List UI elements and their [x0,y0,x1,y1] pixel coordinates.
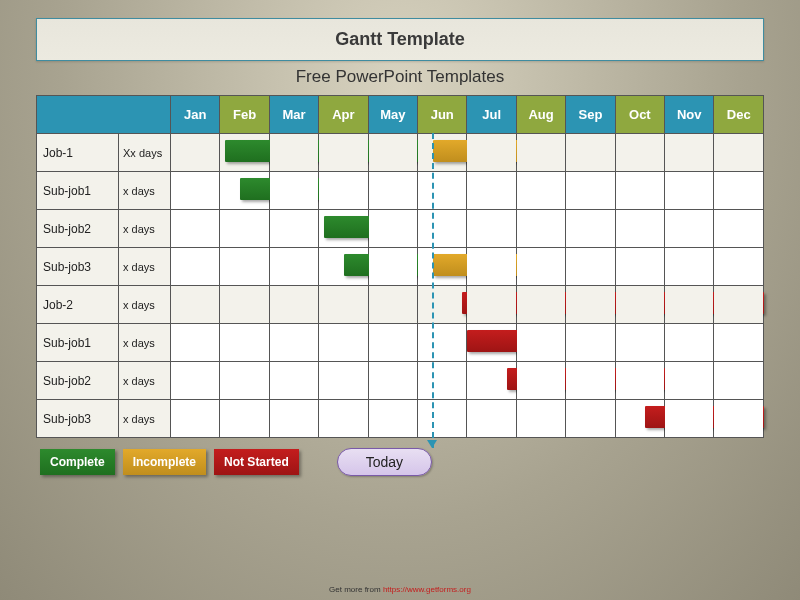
gantt-cell [665,210,714,248]
legend-complete: Complete [40,449,115,475]
gantt-cell [418,172,467,210]
gantt-cell [368,248,417,286]
gantt-cell [418,286,467,324]
month-header: Apr [319,96,368,134]
gantt-cell [714,286,764,324]
task-name: Job-2 [37,286,119,324]
gantt-cell [319,400,368,438]
gantt-cell [615,172,664,210]
gantt-cell [714,172,764,210]
gantt-cell [467,134,516,172]
gantt-cell [171,324,220,362]
gantt-cell [319,248,368,286]
gantt-cell [566,134,615,172]
gantt-cell [665,400,714,438]
gantt-cell [467,172,516,210]
gantt-cell [566,324,615,362]
gantt-cell [368,362,417,400]
month-header: Nov [665,96,714,134]
gantt-cell [418,134,467,172]
gantt-cell [615,362,664,400]
gantt-cell [269,248,318,286]
gantt-cell [220,286,269,324]
gantt-cell [368,286,417,324]
gantt-cell [418,324,467,362]
gantt-cell [714,400,764,438]
gantt-cell [418,400,467,438]
month-header: Aug [516,96,565,134]
gantt-cell [319,172,368,210]
gantt-cell [269,172,318,210]
task-name: Sub-job3 [37,400,119,438]
gantt-cell [566,286,615,324]
page-subtitle: Free PowerPoint Templates [0,67,800,87]
gantt-cell [467,248,516,286]
gantt-cell [665,324,714,362]
gantt-cell [516,362,565,400]
page-title: Gantt Template [36,18,764,61]
gantt-cell [269,400,318,438]
task-name: Sub-job3 [37,248,119,286]
gantt-cell [714,324,764,362]
gantt-cell [714,210,764,248]
footer: Get more from https://www.getforms.org [0,585,800,594]
header-empty [37,96,171,134]
month-header: Sep [566,96,615,134]
gantt-cell [220,134,269,172]
gantt-cell [319,324,368,362]
gantt-cell [566,400,615,438]
gantt-cell [319,362,368,400]
gantt-cell [615,324,664,362]
gantt-cell [269,362,318,400]
task-duration: x days [119,172,171,210]
month-header: Jul [467,96,516,134]
task-name: Sub-job2 [37,362,119,400]
gantt-cell [220,362,269,400]
task-duration: x days [119,324,171,362]
legend-incomplete: Incomplete [123,449,206,475]
gantt-cell [615,400,664,438]
task-duration: x days [119,400,171,438]
task-name: Sub-job1 [37,172,119,210]
gantt-cell [220,400,269,438]
gantt-cell [665,134,714,172]
gantt-chart: JanFebMarAprMayJunJulAugSepOctNovDec Job… [36,95,764,438]
gantt-cell [714,134,764,172]
month-header: Feb [220,96,269,134]
gantt-cell [368,210,417,248]
month-header: Jun [418,96,467,134]
gantt-cell [319,286,368,324]
gantt-cell [368,172,417,210]
gantt-cell [516,134,565,172]
gantt-cell [615,286,664,324]
task-duration: x days [119,248,171,286]
gantt-cell [615,210,664,248]
gantt-cell [319,210,368,248]
month-header: Jan [171,96,220,134]
gantt-cell [665,248,714,286]
task-duration: x days [119,286,171,324]
gantt-cell [516,286,565,324]
gantt-cell [220,324,269,362]
gantt-cell [269,324,318,362]
task-name: Sub-job1 [37,324,119,362]
month-header: Mar [269,96,318,134]
gantt-cell [418,210,467,248]
gantt-cell [368,400,417,438]
month-header: Dec [714,96,764,134]
gantt-cell [516,210,565,248]
today-arrow-icon [427,440,437,448]
gantt-cell [171,400,220,438]
footer-link[interactable]: https://www.getforms.org [383,585,471,594]
gantt-cell [615,248,664,286]
task-duration: x days [119,362,171,400]
gantt-cell [171,134,220,172]
gantt-cell [467,286,516,324]
gantt-cell [566,362,615,400]
gantt-cell [516,248,565,286]
task-duration: x days [119,210,171,248]
gantt-cell [171,248,220,286]
gantt-cell [615,134,664,172]
gantt-cell [516,400,565,438]
gantt-cell [220,172,269,210]
